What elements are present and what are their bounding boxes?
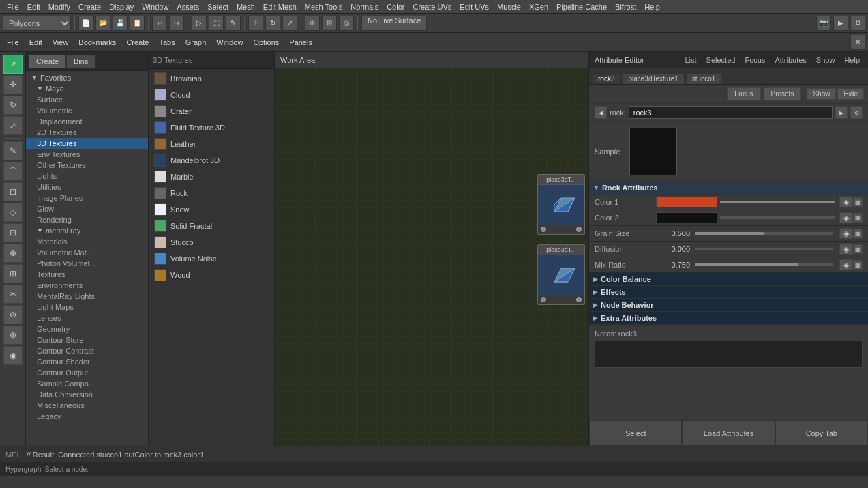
select-bottom-btn[interactable]: Select xyxy=(589,420,682,446)
texture-fluid[interactable]: Fluid Texture 3D xyxy=(149,119,274,136)
sidebar-tab-bins[interactable]: Bins xyxy=(66,55,95,68)
snap-btn[interactable]: ⊕ xyxy=(305,16,320,31)
attr-color1-swatch[interactable] xyxy=(656,197,717,207)
sub-mr-lights[interactable]: MentalRay Lights xyxy=(26,291,148,302)
attr-menu-show[interactable]: Show xyxy=(813,55,838,66)
hs-tabs[interactable]: Tabs xyxy=(155,37,179,48)
cam-btn[interactable]: 📷 xyxy=(816,16,831,31)
hs-graph[interactable]: Graph xyxy=(181,37,211,48)
attr-diffusion-extra-btn[interactable]: ▦ xyxy=(853,244,863,254)
hs-file[interactable]: File xyxy=(3,37,23,48)
menu-edit-mesh[interactable]: Edit Mesh xyxy=(259,1,301,12)
effects-header[interactable]: ▶ Effects xyxy=(589,286,868,299)
sub-3d-textures[interactable]: 3D Textures xyxy=(26,138,148,149)
texture-wood[interactable]: Wood xyxy=(149,267,274,283)
redo-btn[interactable]: ↪ xyxy=(169,16,184,31)
attr-grain-size-extra-btn[interactable]: ▦ xyxy=(853,229,863,238)
menu-create[interactable]: Create xyxy=(74,1,105,12)
sub-sample-compo[interactable]: Sample Compo... xyxy=(26,378,148,389)
menu-help[interactable]: Help xyxy=(640,1,664,12)
hs-window[interactable]: Window xyxy=(212,37,247,48)
sidebar-tab-create[interactable]: Create xyxy=(29,55,66,68)
attr-mix-ratio-extra-btn[interactable]: ▦ xyxy=(853,260,863,270)
texture-rock[interactable]: Rock xyxy=(149,185,274,201)
attr-color1-slider[interactable] xyxy=(720,201,835,203)
menu-pipeline[interactable]: Pipeline Cache xyxy=(552,1,611,12)
scale-btn[interactable]: ⤢ xyxy=(282,16,297,31)
sub-materials[interactable]: Materials xyxy=(26,236,148,247)
select-tool[interactable]: ↗ xyxy=(3,55,23,74)
attr-tab-rock3[interactable]: rock3 xyxy=(592,73,620,84)
node-place3dt1-out-port[interactable] xyxy=(576,227,582,232)
split-tool[interactable]: ✂ xyxy=(3,285,23,304)
texture-stucco[interactable]: Stucco xyxy=(149,234,274,250)
save-as-btn[interactable]: 📋 xyxy=(130,16,145,31)
attr-icon-left[interactable]: ◀ xyxy=(595,106,607,119)
sub-utilities[interactable]: Utilities xyxy=(26,182,148,192)
attr-mix-ratio-slider[interactable] xyxy=(695,263,833,266)
texture-mandelbrot[interactable]: Mandelbrot 3D xyxy=(149,152,274,169)
move-btn[interactable]: ✛ xyxy=(248,16,263,31)
move-tool[interactable]: ✛ xyxy=(3,75,23,94)
copy-tab-bottom-btn[interactable]: Copy Tab xyxy=(775,420,868,446)
texture-volume-noise[interactable]: Volume Noise xyxy=(149,250,274,267)
hs-bookmarks[interactable]: Bookmarks xyxy=(74,37,120,48)
hs-view[interactable]: View xyxy=(48,37,73,48)
menu-display[interactable]: Display xyxy=(105,1,138,12)
bridge-tool[interactable]: ⊟ xyxy=(3,223,23,242)
sub-light-maps[interactable]: Light Maps xyxy=(26,302,148,313)
bevel-tool[interactable]: ◇ xyxy=(3,203,23,222)
attr-color2-swatch[interactable] xyxy=(656,212,717,223)
attr-color1-map-btn[interactable]: ◈ xyxy=(839,197,853,207)
attr-color2-extra-btn[interactable]: ▦ xyxy=(853,213,863,223)
sub-rendering[interactable]: Rendering xyxy=(26,214,148,225)
sub-contour-shader[interactable]: Contour Shader xyxy=(26,356,148,367)
extra-attrs-header[interactable]: ▶ Extra Attributes xyxy=(589,312,868,325)
texture-solid-fractal[interactable]: Solid Fractal xyxy=(149,218,274,234)
sub-lenses[interactable]: Lenses xyxy=(26,313,148,324)
select-btn[interactable]: ▷ xyxy=(192,16,207,31)
sub-lights[interactable]: Lights xyxy=(26,171,148,182)
node-place3dt2-in-port[interactable] xyxy=(541,297,546,302)
menu-create-uvs[interactable]: Create UVs xyxy=(408,1,455,12)
menu-xgen[interactable]: XGen xyxy=(525,1,552,12)
render-btn[interactable]: ▶ xyxy=(833,16,848,31)
menu-normals[interactable]: Normals xyxy=(346,1,383,12)
sub-surface[interactable]: Surface xyxy=(26,94,148,105)
ipr-btn[interactable]: ⚙ xyxy=(850,16,865,31)
attr-color2-slider[interactable] xyxy=(720,216,835,219)
sub-photon-vol[interactable]: Photon Volumet... xyxy=(26,258,148,269)
rotate-tool[interactable]: ↻ xyxy=(3,96,23,115)
extrude-tool[interactable]: ⊡ xyxy=(3,182,23,201)
rotate-btn[interactable]: ↻ xyxy=(265,16,280,31)
menu-window[interactable]: Window xyxy=(138,1,173,12)
attr-mix-ratio-map-btn[interactable]: ◈ xyxy=(839,259,853,270)
snap2-btn[interactable]: ⊞ xyxy=(322,16,337,31)
node-place3dt1-in-port[interactable] xyxy=(541,227,546,232)
menu-edit-uvs[interactable]: Edit UVs xyxy=(455,1,493,12)
attr-menu-help[interactable]: Help xyxy=(841,55,863,66)
texture-brownian[interactable]: Brownian xyxy=(149,70,274,87)
attr-color1-extra-btn[interactable]: ▦ xyxy=(853,197,863,207)
live-surface-btn[interactable]: No Live Surface xyxy=(361,16,427,31)
sub-environments[interactable]: Environments xyxy=(26,280,148,291)
sub-legacy[interactable]: Legacy xyxy=(26,411,148,422)
category-maya[interactable]: ▼ Maya xyxy=(26,83,148,94)
sub-contour-contrast[interactable]: Contour Contrast xyxy=(26,345,148,356)
sub-textures[interactable]: Textures xyxy=(26,269,148,280)
merge-tool[interactable]: ⊕ xyxy=(3,244,23,263)
attr-tab-place3d[interactable]: place3dTexture1 xyxy=(622,73,684,84)
sub-other-textures[interactable]: Other Textures xyxy=(26,160,148,171)
texture-marble[interactable]: Marble xyxy=(149,169,274,185)
load-attrs-bottom-btn[interactable]: Load Attributes xyxy=(682,420,775,446)
save-btn[interactable]: 💾 xyxy=(113,16,128,31)
attr-grain-size-map-btn[interactable]: ◈ xyxy=(839,228,853,239)
hs-options[interactable]: Options xyxy=(249,37,283,48)
node-behavior-header[interactable]: ▶ Node Behavior xyxy=(589,299,868,312)
new-btn[interactable]: 📄 xyxy=(78,16,93,31)
presets-btn[interactable]: Presets xyxy=(764,87,802,100)
menu-mesh-tools[interactable]: Mesh Tools xyxy=(301,1,346,12)
hs-edit[interactable]: Edit xyxy=(25,37,46,48)
sub-displacement[interactable]: Displacement xyxy=(26,116,148,127)
menu-color[interactable]: Color xyxy=(383,1,408,12)
